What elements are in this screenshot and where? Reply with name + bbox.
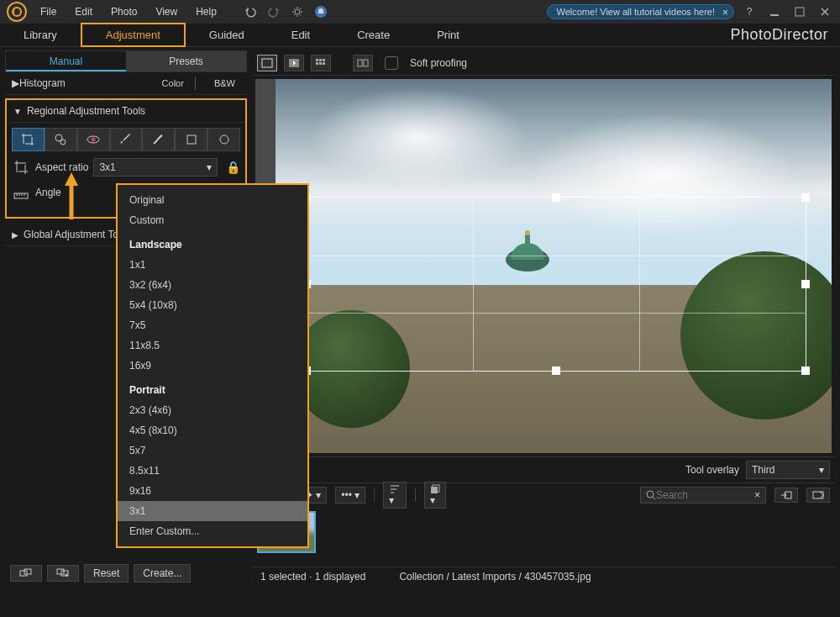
tab-presets[interactable]: Presets xyxy=(126,51,246,71)
ruler-icon xyxy=(12,183,30,202)
menu-photo[interactable]: Photo xyxy=(111,6,137,18)
dd-5x4[interactable]: 5x4 (10x8) xyxy=(118,295,307,315)
brush-tool-button[interactable] xyxy=(110,128,143,151)
close-icon[interactable] xyxy=(818,5,832,18)
histogram-bw-btn[interactable]: B&W xyxy=(209,76,240,90)
dd-original[interactable]: Original xyxy=(118,190,307,210)
share-button[interactable] xyxy=(806,488,830,503)
crop-handle[interactable] xyxy=(801,280,810,288)
redeye-tool-button[interactable] xyxy=(77,128,110,151)
create-preset-button[interactable]: Create... xyxy=(134,564,191,583)
spot-tool-button[interactable] xyxy=(45,128,77,151)
minimize-icon[interactable] xyxy=(768,5,781,18)
histogram-section[interactable]: ▶ Histogram Color B&W xyxy=(5,72,247,95)
radial-tool-button[interactable] xyxy=(207,128,240,151)
welcome-close-icon[interactable]: × xyxy=(722,7,728,18)
notification-icon[interactable] xyxy=(314,5,328,18)
maximize-icon[interactable] xyxy=(793,5,806,18)
gradient-tool-button[interactable] xyxy=(175,128,207,151)
dd-85x11[interactable]: 8.5x11 xyxy=(118,461,307,481)
left-panel-footer: Reset Create... xyxy=(5,562,247,585)
image-canvas[interactable] xyxy=(255,79,832,453)
regional-label: Regional Adjustment Tools xyxy=(27,105,145,117)
search-input[interactable] xyxy=(656,489,754,501)
view-grid-button[interactable] xyxy=(311,55,331,71)
dd-5x7[interactable]: 5x7 xyxy=(118,440,307,461)
tab-manual[interactable]: Manual xyxy=(6,51,126,71)
dd-3x2[interactable]: 3x2 (6x4) xyxy=(118,275,307,295)
soft-proofing-label: Soft proofing xyxy=(410,57,467,69)
welcome-banner[interactable]: Welcome! View all tutorial videos here! … xyxy=(547,4,734,19)
crop-handle[interactable] xyxy=(552,367,560,375)
menu-view[interactable]: View xyxy=(155,6,177,18)
menu-edit[interactable]: Edit xyxy=(75,6,92,18)
regional-header[interactable]: ▼ Regional Adjustment Tools xyxy=(7,100,245,123)
menu-help[interactable]: Help xyxy=(196,6,217,18)
dd-11x85[interactable]: 11x8.5 xyxy=(118,335,307,356)
export-button[interactable] xyxy=(774,488,798,503)
svg-rect-9 xyxy=(187,135,196,144)
viewer-toolbar: Soft proofing xyxy=(252,50,835,76)
dd-1x1[interactable]: 1x1 xyxy=(118,255,307,275)
tool-overlay-value: Third xyxy=(752,464,774,476)
histogram-color-btn[interactable]: Color xyxy=(157,76,189,90)
dd-16x9[interactable]: 16x9 xyxy=(118,356,307,376)
dd-2x3[interactable]: 2x3 (4x6) xyxy=(118,400,307,420)
stack-button[interactable]: ▾ xyxy=(424,482,446,509)
reset-button[interactable]: Reset xyxy=(84,564,129,583)
svg-rect-18 xyxy=(316,59,318,61)
dd-4x5[interactable]: 4x5 (8x10) xyxy=(118,420,307,440)
module-adjustment[interactable]: Adjustment xyxy=(81,23,186,47)
histogram-label: Histogram xyxy=(19,77,66,89)
dd-group-portrait: Portrait xyxy=(118,376,307,400)
search-box[interactable]: × xyxy=(640,487,766,504)
status-bar: 1 selected · 1 displayed Collection / La… xyxy=(252,567,835,585)
crop-handle[interactable] xyxy=(552,193,560,202)
svg-rect-4 xyxy=(795,8,804,16)
clear-search-icon[interactable]: × xyxy=(754,489,760,501)
svg-rect-3 xyxy=(770,14,779,16)
view-single-button[interactable] xyxy=(257,55,277,71)
lock-icon[interactable]: 🔒 xyxy=(226,161,240,174)
dd-enter-custom[interactable]: Enter Custom... xyxy=(118,521,307,541)
chevron-down-icon: ▼ xyxy=(13,107,22,116)
annotation-arrow xyxy=(63,172,80,219)
menu-file[interactable]: File xyxy=(40,6,56,18)
help-icon[interactable]: ? xyxy=(743,5,756,18)
aspect-ratio-dropdown[interactable]: 3x1 ▾ xyxy=(93,158,218,177)
svg-rect-16 xyxy=(262,59,272,67)
crop-rectangle[interactable] xyxy=(306,197,806,372)
filter-rating-button[interactable]: ••• ▾ xyxy=(335,487,365,504)
sort-button[interactable]: ▾ xyxy=(383,482,407,509)
tool-overlay-dropdown[interactable]: Third ▾ xyxy=(746,461,830,479)
module-library[interactable]: Library xyxy=(0,24,81,45)
chevron-right-icon: ▶ xyxy=(12,77,19,89)
status-path: Collection / Latest Imports / 430457035.… xyxy=(399,571,591,583)
paste-adjustments-button[interactable] xyxy=(47,565,79,582)
module-create[interactable]: Create xyxy=(333,24,413,45)
module-edit[interactable]: Edit xyxy=(268,24,333,45)
crop-handle[interactable] xyxy=(801,193,810,202)
view-compare-button[interactable] xyxy=(353,55,373,71)
redo-icon[interactable] xyxy=(267,5,281,18)
sub-tabs: Manual Presets xyxy=(5,50,247,72)
dd-3x1[interactable]: 3x1 xyxy=(118,501,307,521)
settings-icon[interactable] xyxy=(291,5,304,18)
brand-label: PhotoDirector xyxy=(730,26,828,44)
module-bar: Library Adjustment Guided Edit Create Pr… xyxy=(0,24,840,47)
main-area: Soft proofing Tool overlay xyxy=(252,50,835,585)
crop-handle[interactable] xyxy=(801,367,810,375)
dd-custom[interactable]: Custom xyxy=(118,210,307,230)
dd-9x16[interactable]: 9x16 xyxy=(118,481,307,501)
search-icon xyxy=(646,490,656,500)
module-print[interactable]: Print xyxy=(413,24,483,45)
view-split-button[interactable] xyxy=(284,55,304,71)
selection-tool-button[interactable] xyxy=(142,128,175,151)
crop-tool-button[interactable] xyxy=(12,128,45,151)
svg-rect-20 xyxy=(323,59,325,61)
copy-adjustments-button[interactable] xyxy=(10,565,42,582)
module-guided[interactable]: Guided xyxy=(186,24,268,45)
soft-proofing-checkbox[interactable] xyxy=(385,56,398,70)
dd-7x5[interactable]: 7x5 xyxy=(118,315,307,335)
undo-icon[interactable] xyxy=(244,5,257,18)
